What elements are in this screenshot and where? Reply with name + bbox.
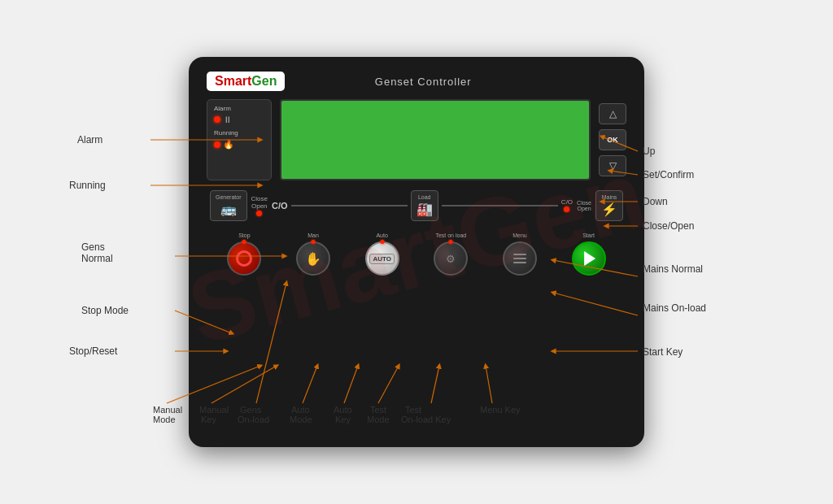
mains-led (564, 206, 569, 212)
bus-line-right (442, 205, 558, 206)
man-btn-group: Man ✋ (296, 232, 330, 276)
menu-btn-group: Menu (503, 232, 537, 276)
bus-line-left (291, 205, 408, 206)
svg-text:Manual: Manual (153, 405, 182, 415)
svg-text:Mains Normal: Mains Normal (643, 263, 703, 275)
brand-logo: SmartGen (207, 72, 285, 91)
man-led (311, 240, 315, 244)
start-btn-group: Start (572, 232, 606, 276)
test-led (449, 240, 453, 244)
running-icons: 🔥 (214, 139, 234, 150)
brand-gen: Gen (251, 74, 277, 88)
running-icon: 🔥 (223, 139, 234, 150)
stop-led (242, 240, 246, 244)
alarm-panel: Alarm ⏸ Running 🔥 (207, 99, 272, 180)
stop-label-top: Stop (238, 232, 250, 238)
mains-close-open: Close Open (577, 200, 591, 211)
test-icon: ⚙ (446, 253, 456, 265)
svg-text:Down: Down (643, 196, 668, 207)
start-button[interactable] (572, 241, 606, 276)
controller-header: SmartGen Genset Controller (207, 72, 626, 91)
mains-co-label: C/O (561, 198, 573, 213)
auto-label-top: Auto (376, 232, 387, 238)
svg-text:Start Key: Start Key (643, 346, 683, 358)
brand-smart: Smart (215, 74, 251, 88)
svg-text:Mains On-load: Mains On-load (643, 302, 706, 314)
auto-btn-group: Auto AUTO (365, 232, 399, 276)
man-button[interactable]: ✋ (296, 241, 330, 276)
gen-co-text: C/O (272, 201, 288, 211)
mains-breaker-group: C/O Close Open Mains ⚡ (561, 190, 623, 221)
auto-icon: AUTO (369, 254, 395, 264)
start-label-top: Start (582, 232, 595, 238)
running-row: Running 🔥 (214, 129, 264, 150)
stop-button[interactable] (227, 241, 261, 276)
load-breaker-box: Load 🏭 (411, 190, 438, 221)
menu-icon (513, 254, 526, 263)
breaker-section: Generator 🚌 Close Open C/O Load 🏭 C/O (207, 190, 626, 221)
controller-title: Genset Controller (375, 76, 472, 88)
svg-text:Mode: Mode (153, 415, 176, 424)
gen-co-label: Close Open (251, 195, 268, 217)
svg-text:Normal: Normal (81, 253, 113, 264)
man-icon: ✋ (305, 251, 321, 267)
nav-buttons-area: △ OK ▽ (599, 99, 626, 180)
alarm-icon: ⏸ (223, 115, 232, 124)
test-button[interactable]: ⚙ (434, 241, 468, 276)
alarm-icons: ⏸ (214, 115, 232, 124)
alarm-row: Alarm ⏸ (214, 105, 264, 124)
svg-text:Gens: Gens (81, 241, 105, 253)
auto-button[interactable]: AUTO (365, 241, 399, 276)
alarm-led (214, 116, 220, 123)
down-button[interactable]: ▽ (599, 155, 626, 176)
ok-button[interactable]: OK (599, 129, 626, 150)
svg-text:Up: Up (643, 146, 656, 157)
alarm-label: Alarm (214, 105, 231, 112)
mains-breaker-box: Mains ⚡ (595, 190, 623, 221)
menu-label-top: Menu (512, 232, 527, 238)
menu-button[interactable] (503, 241, 537, 276)
action-buttons: Stop Man ✋ Auto AUTO Test on load (207, 232, 626, 276)
svg-text:Alarm: Alarm (77, 134, 102, 146)
svg-text:Running: Running (69, 180, 106, 191)
load-breaker-group: Load 🏭 (411, 190, 438, 221)
green-display (280, 99, 591, 180)
svg-text:Close/Open: Close/Open (643, 220, 694, 232)
display-section: Alarm ⏸ Running 🔥 △ OK ▽ (207, 99, 626, 180)
test-btn-group: Test on load ⚙ (434, 232, 468, 276)
stop-btn-group: Stop (227, 232, 261, 276)
gen-led (256, 211, 262, 216)
man-label-top: Man (307, 232, 319, 238)
running-label: Running (214, 129, 238, 137)
svg-text:Set/Confirm: Set/Confirm (643, 169, 694, 180)
start-icon (584, 251, 595, 266)
running-led (214, 141, 220, 148)
svg-text:Stop Mode: Stop Mode (81, 305, 129, 316)
auto-led (380, 240, 384, 244)
test-label-top: Test on load (435, 232, 466, 238)
generator-breaker-group: Generator 🚌 Close Open C/O (210, 190, 288, 221)
generator-breaker-box: Generator 🚌 (210, 190, 247, 221)
svg-text:Stop/Reset: Stop/Reset (69, 345, 118, 357)
up-button[interactable]: △ (599, 103, 626, 124)
stop-icon (236, 250, 252, 267)
controller-panel: SmartGen Genset Controller Alarm ⏸ Runni… (189, 57, 644, 447)
